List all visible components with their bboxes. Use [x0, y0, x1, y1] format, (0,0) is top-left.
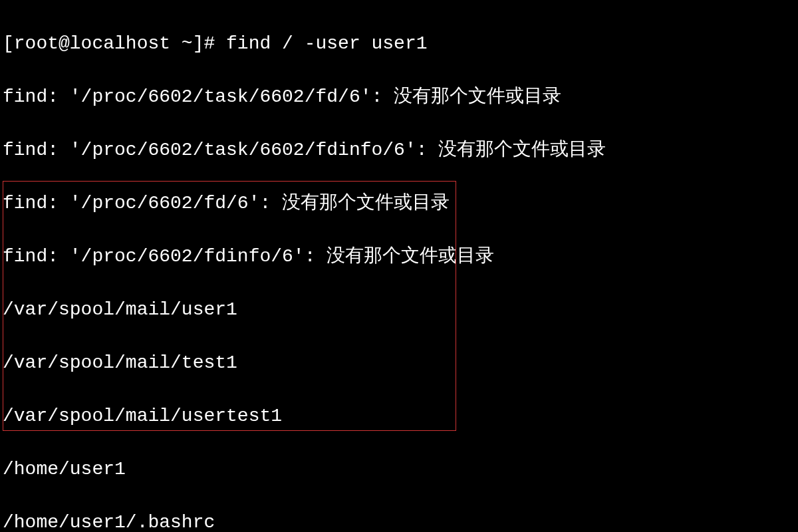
output-line: find: '/proc/6602/task/6602/fdinfo/6': 没… [3, 137, 795, 164]
terminal[interactable]: [root@localhost ~]# find / -user user1 f… [0, 0, 798, 532]
output-line: /var/spool/mail/test1 [3, 350, 795, 376]
prompt-text: [root@localhost ~]# [3, 33, 226, 54]
command-line: [root@localhost ~]# find / -user user1 [3, 31, 795, 57]
output-line: /home/user1/.bashrc [3, 509, 795, 532]
output-line: /home/user1 [3, 456, 795, 483]
output-line: find: '/proc/6602/task/6602/fd/6': 没有那个文… [3, 84, 795, 110]
output-line: find: '/proc/6602/fd/6': 没有那个文件或目录 [3, 190, 795, 217]
output-line: /var/spool/mail/user1 [3, 297, 795, 323]
output-line: find: '/proc/6602/fdinfo/6': 没有那个文件或目录 [3, 243, 795, 270]
command-text: find / -user user1 [226, 33, 427, 54]
output-line: /var/spool/mail/usertest1 [3, 403, 795, 430]
